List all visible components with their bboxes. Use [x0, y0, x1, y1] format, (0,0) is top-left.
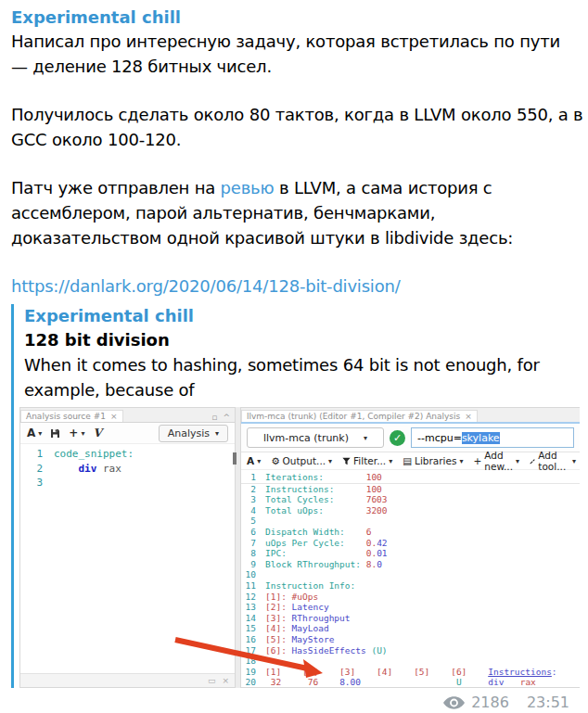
- text-line: Патч уже отправлен на ревью в LLVM, а са…: [11, 175, 581, 200]
- text-segment: в LLVM, а сама история с: [274, 178, 492, 197]
- tab-label: Analysis source #1: [26, 412, 106, 421]
- chevron-down-icon: ▾: [389, 457, 392, 465]
- font-size-button: A ▾: [27, 427, 42, 439]
- output-tab-bar: llvm-mca (trunk) (Editor #1, Compiler #2…: [241, 408, 580, 424]
- text-segment: Total uOps:: [265, 505, 366, 516]
- text-segment: 8.: [366, 559, 377, 569]
- article-url-line: https://danlark.org/2020/06/14/128-bit-d…: [11, 274, 581, 299]
- preview-image-compiler-explorer[interactable]: Analysis source #1 × ▫ ^ A ▾: [19, 407, 580, 688]
- code-line: 7uOps Per Cycle: 0.42: [241, 538, 580, 549]
- analysis-dropdown-button: Analysis ▾: [159, 425, 228, 442]
- code-line: 3Total Cycles: 7603: [241, 494, 580, 505]
- text-line: Получилось сделать около 80 тактов, когд…: [11, 102, 581, 127]
- code-line: 1Iterations: 100: [241, 472, 580, 484]
- text-segment: [361, 677, 456, 687]
- preview-title: 128 bit division: [24, 328, 581, 352]
- line-number: 1: [20, 447, 43, 462]
- compile-ok-icon: ✓: [390, 430, 405, 446]
- text-segment: Latency: [292, 602, 329, 612]
- text-line: When it comes to hashing, sometimes 64 b…: [24, 352, 581, 377]
- source-toolbar: A ▾ + ▾ V A: [20, 423, 235, 444]
- code-line: 13[2]: Latency: [241, 602, 580, 613]
- output-label: Output...: [283, 455, 326, 466]
- chevron-down-icon: ▾: [328, 457, 332, 465]
- text-segment: [6]:: [265, 645, 292, 656]
- link-preview[interactable]: Experimental chill 128 bit division When…: [11, 304, 581, 688]
- telegram-message-view: Experimental chill Написал про интересну…: [0, 0, 588, 713]
- code-line: 4Total uOps: 3200: [241, 505, 580, 516]
- views-eye-icon: [443, 696, 465, 709]
- text-segment: uOps Per Cycle:: [265, 538, 366, 548]
- channel-title[interactable]: Experimental chill: [11, 6, 581, 29]
- llvm-mca-output-pane: llvm-mca (trunk) (Editor #1, Compiler #2…: [240, 407, 580, 688]
- timestamp: 23:51: [527, 694, 569, 711]
- add-tool-button: Add tool... ▾: [530, 450, 576, 472]
- line-number: 5: [241, 516, 256, 527]
- code-line: 14[3]: RThroughput: [241, 613, 580, 624]
- text-segment: Dispatch Width:: [265, 527, 366, 537]
- preview-text: Experimental chill 128 bit division When…: [19, 304, 581, 402]
- text-segment: [462, 677, 489, 687]
- output-toolbar: A ▾ ⚙ Output... ▾ Filter... ▾: [241, 452, 580, 470]
- text-segment: Total Cycles:: [265, 494, 366, 504]
- text-segment: [1] [2] [3] [4] [5] [6]: [265, 667, 488, 677]
- text-segment: 8.00: [339, 677, 361, 687]
- source-tab-bar: Analysis source #1 × ▫ ^: [20, 408, 235, 423]
- libraries-label: Libraries: [415, 455, 456, 466]
- text-segment: 32: [265, 677, 281, 687]
- preview-site-name: Experimental chill: [24, 304, 581, 328]
- chevron-down-icon: ▾: [364, 434, 367, 442]
- output-options-button: ⚙ Output... ▾: [271, 455, 332, 466]
- text-segment: Instructions:: [265, 484, 366, 494]
- text-segment: Написал про интересную задачу, которая в…: [11, 32, 560, 51]
- compiler-select: llvm-mca (trunk) ▾: [247, 427, 384, 448]
- message-meta: 2186 23:51: [11, 688, 581, 711]
- text-segment: 100: [366, 472, 382, 482]
- tab-label: llvm-mca (trunk) (Editor #1, Compiler #2…: [247, 412, 460, 421]
- tab-analysis-source: Analysis source #1 ×: [20, 410, 123, 422]
- analysis-label: Analysis: [168, 427, 210, 439]
- message-paragraph-2: Получилось сделать около 80 тактов, когд…: [11, 102, 581, 152]
- code-line: 12[1]: #uOps: [241, 592, 580, 603]
- compiler-name: llvm-mca (trunk): [263, 432, 349, 444]
- text-segment: [54, 463, 79, 475]
- plus-icon: +: [473, 455, 481, 466]
- editor-status-bar: ▭ ×: [20, 673, 235, 687]
- code-line: 6Dispatch Width: 6: [241, 527, 580, 538]
- mca-output-editor: 1Iterations: 1002Instructions: 1003Total…: [241, 470, 580, 688]
- text-segment: IPC:: [265, 548, 366, 558]
- text-segment: 0.: [366, 548, 377, 558]
- text-line: example, because of: [24, 377, 581, 402]
- code-line: 16[5]: MayStore: [241, 634, 580, 645]
- text-segment: Iterations:: [265, 472, 366, 482]
- text-segment: RThroughput: [292, 613, 351, 623]
- line-number: 12: [241, 592, 256, 603]
- chevron-down-icon: ▾: [257, 457, 261, 465]
- line-number: 9: [241, 559, 256, 570]
- text-segment: 7603: [366, 494, 388, 504]
- article-link[interactable]: https://danlark.org/2020/06/14/128-bit-d…: [11, 274, 401, 299]
- line-number: 1: [241, 472, 256, 483]
- code-line: 5: [241, 516, 580, 527]
- line-number: 18: [241, 656, 256, 667]
- code-line: 18: [241, 656, 580, 667]
- line-number: 3: [20, 476, 43, 490]
- add-new-button: + Add new... ▾: [473, 450, 519, 472]
- code-line: 20 32 76 8.00 U div rax: [241, 677, 580, 688]
- message-paragraph-1: Написал про интересную задачу, которая в…: [11, 29, 581, 79]
- book-icon: ▤: [403, 455, 412, 466]
- source-editor-pane: Analysis source #1 × ▫ ^ A ▾: [19, 407, 236, 688]
- inline-link[interactable]: ревью: [221, 178, 275, 197]
- maximize-icon: ▫: [211, 413, 217, 422]
- line-number: 17: [241, 645, 256, 656]
- line-number: 6: [241, 527, 256, 538]
- libraries-button: ▤ Libraries ▾: [403, 455, 463, 466]
- code-line: 2Instructions: 100: [241, 484, 580, 495]
- font-icon: A: [27, 427, 35, 439]
- text-segment: GCC около 100-120.: [11, 130, 181, 149]
- text-segment: [504, 677, 519, 687]
- message-paragraph-3: Патч уже отправлен на ревью в LLVM, а са…: [11, 175, 581, 250]
- compiler-row: llvm-mca (trunk) ▾ ✓ --mcpu=skylake: [241, 424, 580, 452]
- line-number: 2: [241, 484, 256, 495]
- font-size-button: A ▾: [247, 455, 261, 466]
